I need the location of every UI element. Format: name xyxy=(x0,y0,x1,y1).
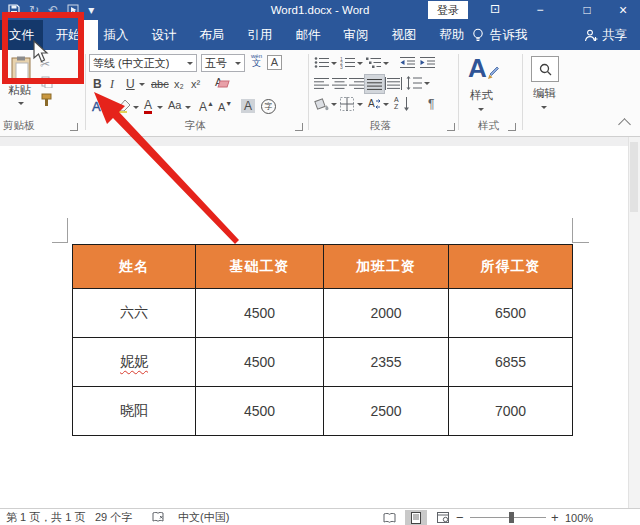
bold-button[interactable]: B xyxy=(93,78,102,90)
paste-dropdown-icon[interactable] xyxy=(18,102,24,108)
proofing-status-icon[interactable] xyxy=(152,510,165,525)
zoom-in-button[interactable]: + xyxy=(551,510,559,525)
maximize-button[interactable]: □ xyxy=(572,0,602,20)
font-size-value: 五号 xyxy=(205,56,227,71)
decrease-indent-icon[interactable] xyxy=(400,56,415,69)
text-highlight-dropdown-icon[interactable] xyxy=(133,106,139,112)
sort-arrow-icon xyxy=(403,97,410,111)
change-case-button[interactable]: Aa xyxy=(168,100,181,111)
tutorial-highlight-box xyxy=(2,12,84,84)
tab-strip: 开始 插入 设计 布局 引用 邮件 审阅 视图 帮助 xyxy=(55,20,465,50)
show-marks-icon[interactable]: ¶ xyxy=(428,98,434,110)
numbering-icon[interactable]: 123 xyxy=(340,56,356,69)
zoom-slider-thumb[interactable] xyxy=(509,512,514,523)
underline-button[interactable]: U xyxy=(126,78,135,90)
enclose-characters-icon[interactable]: 字 xyxy=(261,99,276,114)
tab-references[interactable]: 引用 xyxy=(247,27,273,44)
page-indicator[interactable]: 第 1 页，共 1 页 xyxy=(6,510,85,525)
multilevel-dropdown-icon[interactable] xyxy=(383,62,389,68)
tab-insert[interactable]: 插入 xyxy=(103,27,129,44)
strikethrough-button[interactable]: abc xyxy=(151,79,169,90)
shading-dropdown-icon[interactable] xyxy=(331,103,337,109)
align-left-icon[interactable] xyxy=(314,77,329,90)
zoom-level[interactable]: 100% xyxy=(565,510,593,525)
styles-big-a-icon[interactable]: A xyxy=(468,55,487,81)
grow-font-button[interactable]: A▲ xyxy=(199,100,214,113)
editing-button-label[interactable]: 编辑 xyxy=(533,88,556,100)
text-effects-dropdown-icon[interactable] xyxy=(104,106,110,112)
collapse-ribbon-icon[interactable] xyxy=(618,118,631,131)
multilevel-list-icon[interactable] xyxy=(366,56,382,69)
line-spacing-icon[interactable] xyxy=(406,76,422,90)
table-cell: 4500 xyxy=(196,338,324,387)
svg-text:A: A xyxy=(368,98,375,109)
font-color-icon[interactable]: A xyxy=(144,99,152,114)
borders-icon[interactable] xyxy=(340,97,354,111)
italic-button[interactable]: I xyxy=(110,78,114,90)
text-effects-icon[interactable]: A xyxy=(92,100,101,113)
tab-view[interactable]: 视图 xyxy=(391,27,417,44)
tab-review[interactable]: 审阅 xyxy=(343,27,369,44)
minimize-button[interactable]: − xyxy=(525,0,555,20)
tab-design[interactable]: 设计 xyxy=(151,27,177,44)
read-mode-button[interactable] xyxy=(378,510,400,525)
numbering-dropdown-icon[interactable] xyxy=(357,62,363,68)
phonetic-guide-icon[interactable]: wén 文 xyxy=(251,53,262,68)
table-cell: 4500 xyxy=(196,289,324,338)
subscript-button[interactable]: x₂ xyxy=(174,79,184,90)
salary-table[interactable]: 姓名 基础工资 加班工资 所得工资 六六 4500 2000 6500 妮妮 4… xyxy=(72,244,573,436)
word-count[interactable]: 29 个字 xyxy=(95,510,132,525)
asian-layout-icon[interactable]: A xyxy=(366,97,382,111)
format-painter-icon[interactable] xyxy=(40,93,53,107)
print-layout-button[interactable] xyxy=(405,510,427,525)
change-case-dropdown-icon[interactable] xyxy=(185,106,191,112)
find-button[interactable] xyxy=(531,56,559,82)
character-border-icon[interactable]: A xyxy=(267,55,282,70)
web-layout-button[interactable] xyxy=(432,510,454,525)
align-right-icon[interactable] xyxy=(349,77,364,90)
align-center-icon[interactable] xyxy=(332,77,347,90)
text-highlight-icon[interactable] xyxy=(116,99,131,113)
clipboard-dialog-launcher-icon[interactable] xyxy=(70,123,78,131)
paragraph-dialog-launcher-icon[interactable] xyxy=(447,123,455,131)
share-button[interactable]: 共享 xyxy=(584,20,627,50)
font-color-dropdown-icon[interactable] xyxy=(157,106,163,112)
shading-bucket-icon[interactable] xyxy=(314,97,330,111)
font-size-select[interactable]: 五号 xyxy=(201,54,245,72)
ribbon-display-options-icon[interactable]: ⊡ xyxy=(490,2,500,16)
tab-layout[interactable]: 布局 xyxy=(199,27,225,44)
justify-button[interactable] xyxy=(364,74,385,94)
font-name-select[interactable]: 等线 (中文正文) xyxy=(89,54,197,72)
language-indicator[interactable]: 中文(中国) xyxy=(178,510,229,525)
editing-dropdown-icon[interactable] xyxy=(541,106,547,112)
clear-formatting-icon[interactable]: A xyxy=(214,75,232,91)
tell-me-tab[interactable]: 告诉我 xyxy=(472,20,528,50)
font-dialog-launcher-icon[interactable] xyxy=(295,123,303,131)
paste-label[interactable]: 粘贴 xyxy=(8,85,31,97)
tab-mailings[interactable]: 邮件 xyxy=(295,27,321,44)
bullets-dropdown-icon[interactable] xyxy=(331,62,337,68)
close-button[interactable]: × xyxy=(608,0,638,20)
sign-in-button[interactable]: 登录 xyxy=(428,1,468,19)
tab-help[interactable]: 帮助 xyxy=(439,27,465,44)
table-cell: 晓阳 xyxy=(73,387,196,436)
styles-button-label[interactable]: 样式 xyxy=(470,90,493,102)
styles-dialog-launcher-icon[interactable] xyxy=(508,123,516,131)
bullets-icon[interactable] xyxy=(314,56,330,69)
styles-dropdown-icon[interactable] xyxy=(478,108,484,114)
underline-dropdown-icon[interactable] xyxy=(139,83,145,89)
distribute-icon[interactable] xyxy=(385,77,402,90)
shrink-font-button[interactable]: A▼ xyxy=(218,100,232,113)
superscript-button[interactable]: x² xyxy=(191,79,200,90)
sort-icon[interactable]: A Z xyxy=(394,96,399,110)
zoom-slider-track[interactable] xyxy=(470,517,546,518)
character-shading-icon[interactable]: A xyxy=(241,99,255,113)
increase-indent-icon[interactable] xyxy=(420,56,435,69)
borders-dropdown-icon[interactable] xyxy=(357,103,363,109)
asian-layout-dropdown-icon[interactable] xyxy=(383,103,389,109)
zoom-out-button[interactable]: − xyxy=(456,510,464,525)
scrollbar-thumb[interactable] xyxy=(630,142,638,212)
ribbon-tab-row: 文件 开始 插入 设计 布局 引用 邮件 审阅 视图 帮助 告诉我 共享 xyxy=(0,20,640,50)
line-spacing-dropdown-icon[interactable] xyxy=(424,82,430,88)
table-row: 晓阳 4500 2500 7000 xyxy=(73,387,573,436)
